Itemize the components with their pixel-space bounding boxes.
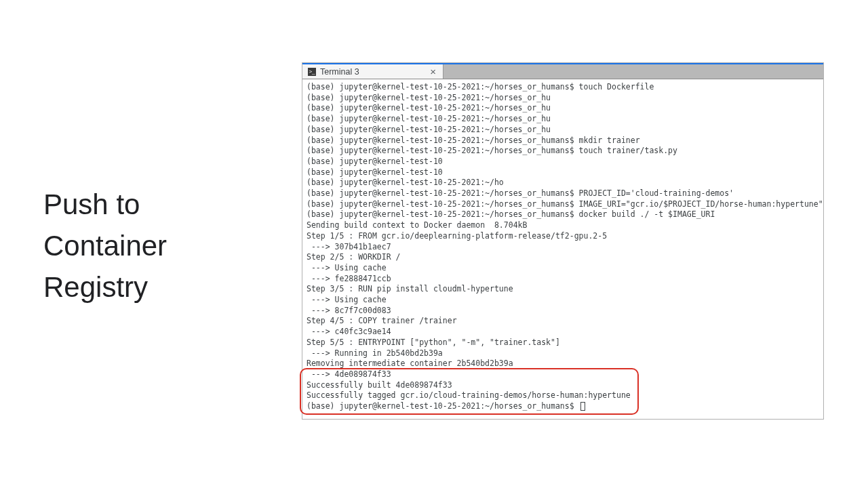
terminal-line: Step 2/5 : WORKDIR / xyxy=(307,252,819,263)
heading-line-1: Push to xyxy=(43,184,167,226)
terminal-line: (base) jupyter@kernel-test-10-25-2021:~/… xyxy=(307,125,819,136)
terminal-line: Step 5/5 : ENTRYPOINT ["python", "-m", "… xyxy=(307,338,819,348)
page-heading: Push to Container Registry xyxy=(43,184,167,308)
terminal-line: (base) jupyter@kernel-test-10-25-2021:~/… xyxy=(307,82,819,93)
heading-line-2: Container xyxy=(43,226,167,267)
terminal-line: (base) jupyter@kernel-test-10-25-2021:~/… xyxy=(307,136,819,146)
terminal-line: (base) jupyter@kernel-test-10-25-2021:~/… xyxy=(307,103,819,114)
terminal-line: ---> Using cache xyxy=(307,295,819,306)
terminal-line: ---> 307b41b1aec7 xyxy=(307,242,819,253)
terminal-line: Sending build context to Docker daemon 8… xyxy=(307,220,819,231)
terminal-line: (base) jupyter@kernel-test-10 xyxy=(307,157,819,167)
terminal-line: (base) jupyter@kernel-test-10 xyxy=(307,167,819,178)
terminal-line: (base) jupyter@kernel-test-10-25-2021:~/… xyxy=(307,178,819,188)
terminal-line: ---> 4de089874f33 xyxy=(307,369,819,380)
terminal-line: ---> Using cache xyxy=(307,263,819,274)
terminal-tab[interactable]: >_ Terminal 3 × xyxy=(302,64,443,79)
tab-bar: >_ Terminal 3 × xyxy=(302,63,823,79)
terminal-line: Successfully tagged gcr.io/cloud-trainin… xyxy=(307,390,819,401)
terminal-line: Step 4/5 : COPY trainer /trainer xyxy=(307,316,819,327)
terminal-line: (base) jupyter@kernel-test-10-25-2021:~/… xyxy=(307,209,819,220)
terminal-line: (base) jupyter@kernel-test-10-25-2021:~/… xyxy=(307,93,819,104)
terminal-line: ---> 8c7f7c00d083 xyxy=(307,306,819,317)
terminal-line: ---> fe2888471ccb xyxy=(307,274,819,285)
terminal-line: ---> c40fc3c9ae14 xyxy=(307,327,819,338)
terminal-icon: >_ xyxy=(308,68,316,76)
terminal-output[interactable]: (base) jupyter@kernel-test-10-25-2021:~/… xyxy=(302,79,823,419)
terminal-window: >_ Terminal 3 × (base) jupyter@kernel-te… xyxy=(302,62,824,420)
terminal-line: (base) jupyter@kernel-test-10-25-2021:~/… xyxy=(307,188,819,199)
terminal-line: (base) jupyter@kernel-test-10-25-2021:~/… xyxy=(307,401,819,412)
close-icon[interactable]: × xyxy=(429,66,437,77)
terminal-line: Removing intermediate container 2b540bd2… xyxy=(307,359,819,369)
terminal-line: (base) jupyter@kernel-test-10-25-2021:~/… xyxy=(307,146,819,157)
terminal-line: Successfully built 4de089874f33 xyxy=(307,380,819,391)
cursor xyxy=(580,402,585,411)
terminal-line: Step 1/5 : FROM gcr.io/deeplearning-plat… xyxy=(307,231,819,242)
terminal-line: ---> Running in 2b540bd2b39a xyxy=(307,348,819,359)
tab-title: Terminal 3 xyxy=(320,67,425,77)
terminal-line: (base) jupyter@kernel-test-10-25-2021:~/… xyxy=(307,114,819,125)
terminal-line: Step 3/5 : RUN pip install cloudml-hyper… xyxy=(307,284,819,295)
heading-line-3: Registry xyxy=(43,267,167,308)
terminal-line: (base) jupyter@kernel-test-10-25-2021:~/… xyxy=(307,199,819,210)
